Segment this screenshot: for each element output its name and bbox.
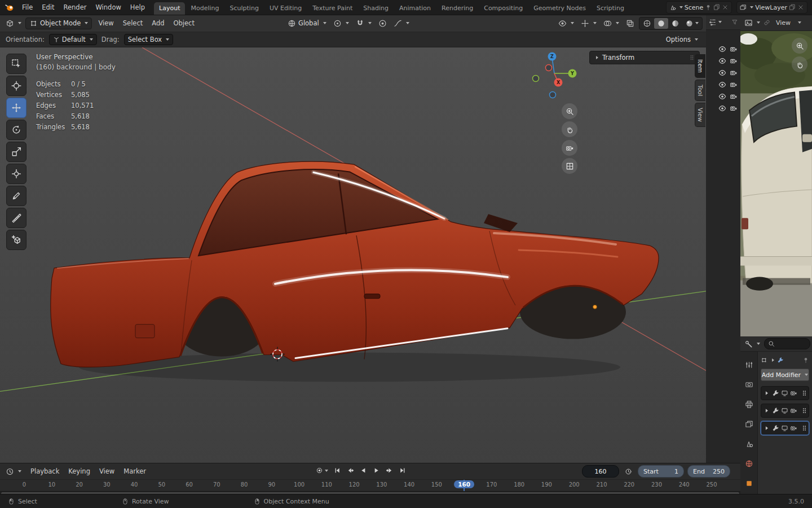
current-frame-field[interactable]: 160: [582, 465, 619, 478]
options-button[interactable]: Options: [664, 34, 700, 45]
viewport-camera-button[interactable]: [562, 140, 577, 156]
proportional-edit-toggle[interactable]: [376, 17, 389, 29]
menu-file[interactable]: File: [17, 2, 37, 12]
modifier-slot-1[interactable]: [761, 386, 809, 400]
add-modifier-button[interactable]: Add Modifier: [761, 369, 809, 381]
snap-toggle[interactable]: [354, 17, 374, 29]
sidebar-tab-view[interactable]: View: [695, 103, 705, 127]
navigation-gizmo[interactable]: Z Y X: [526, 47, 582, 104]
sidebar-tab-item[interactable]: Item: [695, 54, 705, 78]
gizmos-toggle[interactable]: [579, 17, 599, 29]
viewport-menu-view[interactable]: View: [94, 18, 118, 28]
tool-transform[interactable]: [6, 164, 27, 184]
workspace-tab-texture-paint[interactable]: Texture Paint: [307, 2, 358, 15]
shading-wireframe-button[interactable]: [640, 18, 654, 29]
timeline-menu-marker[interactable]: Marker: [119, 466, 151, 476]
menu-render[interactable]: Render: [59, 2, 91, 12]
expand-chevron-icon[interactable]: [763, 424, 770, 432]
visibility-eye-icon[interactable]: [718, 104, 726, 112]
sidebar-tab-tool[interactable]: Tool: [695, 80, 705, 101]
menu-window[interactable]: Window: [91, 2, 125, 12]
realtime-toggle-icon[interactable]: [781, 407, 788, 414]
viewport-menu-add[interactable]: Add: [147, 18, 169, 28]
workspace-tab-animation[interactable]: Animation: [394, 2, 436, 15]
properties-tab-scene[interactable]: [742, 437, 756, 450]
timeline-menu-keying[interactable]: Keying: [64, 466, 95, 476]
preview-range-toggle[interactable]: [623, 466, 634, 477]
image-link-icon[interactable]: [764, 19, 770, 26]
tool-rotate[interactable]: [6, 120, 27, 140]
workspace-tab-modeling[interactable]: Modeling: [186, 2, 224, 15]
image-pan-button[interactable]: [792, 56, 807, 72]
xray-toggle[interactable]: [624, 17, 637, 29]
properties-tab-object[interactable]: [742, 477, 756, 489]
render-visibility-camera-icon[interactable]: [730, 69, 738, 77]
modifier-slot-3[interactable]: [761, 421, 809, 435]
mode-select[interactable]: Object Mode: [25, 17, 92, 29]
editor-type-button[interactable]: [3, 466, 24, 478]
render-visibility-camera-icon[interactable]: [730, 45, 738, 53]
drag-grip-icon[interactable]: [801, 407, 808, 414]
timeline-ruler[interactable]: 0102030405060708090100110120130140150160…: [0, 479, 740, 491]
transform-panel-header[interactable]: Transform: [589, 51, 700, 64]
reference-image[interactable]: [740, 31, 812, 336]
image-zoom-button[interactable]: [792, 38, 807, 54]
filter-icon[interactable]: [731, 19, 738, 25]
tool-select-box[interactable]: [6, 54, 27, 74]
visibility-eye-icon[interactable]: [718, 81, 726, 89]
overlays-toggle[interactable]: [601, 17, 621, 29]
workspace-tab-compositing[interactable]: Compositing: [479, 2, 528, 15]
workspace-tab-layout[interactable]: Layout: [154, 2, 185, 15]
frame-start-field[interactable]: Start 1: [638, 465, 684, 478]
workspace-tab-shading[interactable]: Shading: [358, 2, 394, 15]
expand-chevron-icon[interactable]: [763, 389, 770, 397]
realtime-toggle-icon[interactable]: [781, 424, 788, 432]
play-button[interactable]: [370, 465, 382, 476]
axis-minus-z-ball[interactable]: [550, 92, 556, 98]
properties-tab-tool[interactable]: [742, 358, 756, 371]
editor-type-button[interactable]: [742, 17, 762, 29]
drag-select[interactable]: Select Box: [124, 34, 174, 45]
image-view-menu[interactable]: View: [771, 18, 795, 28]
drag-grip-icon[interactable]: [801, 389, 808, 397]
play-reverse-button[interactable]: [358, 465, 369, 476]
editor-type-button[interactable]: [742, 338, 762, 350]
pin-icon[interactable]: [705, 4, 712, 11]
tool-cursor[interactable]: [6, 76, 27, 96]
drag-grip-icon[interactable]: [801, 424, 808, 432]
visibility-eye-icon[interactable]: [718, 69, 726, 77]
next-keyframe-button[interactable]: [383, 465, 395, 476]
blender-logo-icon[interactable]: [5, 3, 14, 12]
properties-tab-output[interactable]: [742, 398, 756, 410]
current-frame-badge[interactable]: 160: [454, 480, 474, 488]
proportional-falloff-select[interactable]: [391, 17, 412, 29]
viewport-pan-button[interactable]: [562, 121, 577, 137]
jump-to-start-button[interactable]: [332, 465, 343, 476]
axis-minus-x-ball[interactable]: [546, 65, 552, 71]
menu-edit[interactable]: Edit: [37, 2, 59, 12]
render-toggle-icon[interactable]: [790, 407, 797, 414]
transform-orientation-select[interactable]: Global: [285, 17, 329, 29]
pin-icon[interactable]: [802, 357, 809, 364]
prev-keyframe-button[interactable]: [345, 465, 356, 476]
editor-type-button[interactable]: [3, 17, 24, 29]
properties-tab-render[interactable]: [742, 378, 756, 391]
expand-chevron-icon[interactable]: [763, 407, 770, 414]
visibility-eye-icon[interactable]: [718, 45, 726, 53]
scene-selector[interactable]: Scene: [666, 1, 732, 14]
properties-tab-view-layer[interactable]: [742, 418, 756, 430]
tool-move[interactable]: [6, 98, 27, 118]
tool-scale[interactable]: [6, 142, 27, 162]
workspace-tab-sculpting[interactable]: Sculpting: [225, 2, 264, 15]
workspace-tab-geometry-nodes[interactable]: Geometry Nodes: [528, 2, 591, 15]
new-viewlayer-icon[interactable]: [789, 4, 796, 11]
scene-name[interactable]: Scene: [685, 4, 704, 11]
jump-to-end-button[interactable]: [396, 465, 408, 476]
tool-add-cube[interactable]: [6, 230, 27, 250]
realtime-toggle-icon[interactable]: [781, 389, 788, 397]
render-toggle-icon[interactable]: [790, 424, 797, 432]
shading-rendered-button[interactable]: [682, 18, 701, 29]
viewport-zoom-button[interactable]: [562, 103, 577, 119]
axis-minus-y-ball[interactable]: [533, 76, 539, 82]
modifier-slot-2[interactable]: [761, 404, 809, 418]
